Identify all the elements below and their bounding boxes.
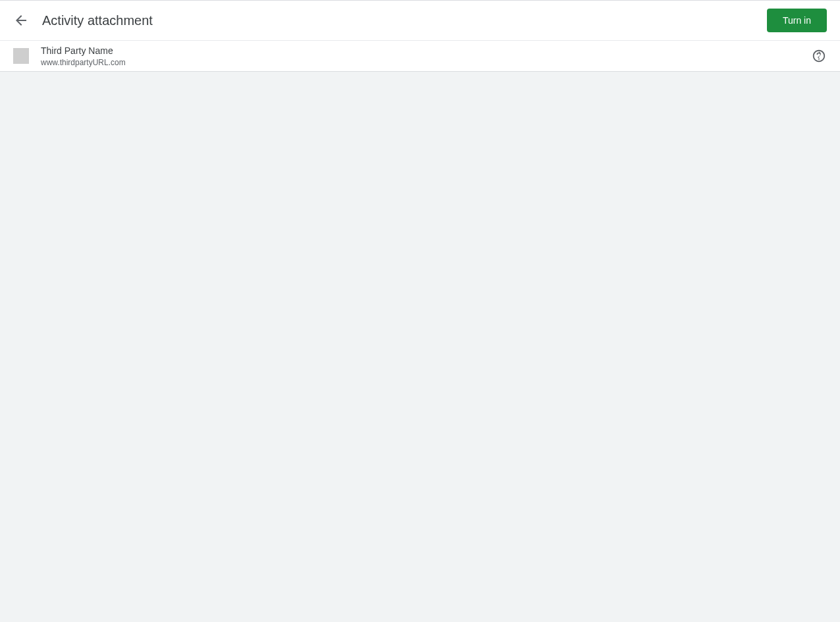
help-button[interactable] <box>811 48 827 64</box>
page-title: Activity attachment <box>42 13 153 28</box>
header: Activity attachment Turn in <box>0 1 840 40</box>
app-name: Third Party Name <box>41 45 126 57</box>
app-url: www.thirdpartyURL.com <box>41 57 126 68</box>
arrow-back-icon <box>13 13 29 28</box>
sub-header-left: Third Party Name www.thirdpartyURL.com <box>13 45 126 68</box>
app-info: Third Party Name www.thirdpartyURL.com <box>41 45 126 68</box>
help-icon <box>812 49 826 63</box>
sub-header: Third Party Name www.thirdpartyURL.com <box>0 40 840 72</box>
back-button[interactable] <box>13 13 29 28</box>
header-left: Activity attachment <box>13 13 153 28</box>
content-area <box>0 72 840 622</box>
app-icon-placeholder <box>13 48 29 64</box>
turn-in-button[interactable]: Turn in <box>767 9 827 32</box>
